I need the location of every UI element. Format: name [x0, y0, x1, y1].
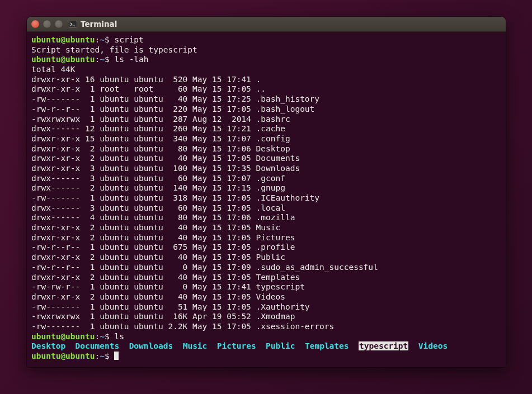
output-line: Script started, file is typescript: [31, 45, 501, 55]
listing-row: drwxr-xr-x 16 ubuntu ubuntu 520 May 15 1…: [31, 75, 501, 85]
maximize-button[interactable]: [55, 20, 63, 28]
prompt-user-host: ubuntu@ubuntu: [31, 352, 95, 360]
listing-row: drwxr-xr-x 1 root root 60 May 15 17:05 .…: [31, 84, 501, 94]
prompt-path: ~: [100, 35, 105, 44]
prompt-path: ~: [100, 332, 105, 341]
command-text: ls -lah: [114, 55, 148, 64]
ls-entry-dir: Videos: [418, 341, 448, 350]
prompt-path: ~: [100, 352, 105, 360]
prompt-line: ubuntu@ubuntu:~$: [31, 352, 501, 362]
listing-row: drwxr-xr-x 2 ubuntu ubuntu 40 May 15 17:…: [31, 223, 501, 233]
ls-entry-dir: Downloads: [129, 341, 173, 350]
terminal-body[interactable]: ubuntu@ubuntu:~$ scriptScript started, f…: [27, 32, 506, 367]
prompt-sigil: $: [105, 35, 114, 44]
prompt-line: ubuntu@ubuntu:~$ script: [31, 35, 501, 45]
ls-entry-dir: Pictures: [217, 341, 256, 350]
listing-row: -rw------- 1 ubuntu ubuntu 51 May 15 17:…: [31, 302, 501, 312]
listing-row: drwxr-xr-x 2 ubuntu ubuntu 40 May 15 17:…: [31, 233, 501, 243]
ls-entry-dir: Public: [266, 341, 295, 350]
ls-entry-dir: Desktop: [31, 341, 65, 350]
prompt-sigil: $: [105, 55, 114, 64]
close-button[interactable]: [31, 20, 39, 28]
prompt-sigil: $: [105, 332, 114, 341]
listing-row: drwxr-xr-x 2 ubuntu ubuntu 40 May 15 17:…: [31, 253, 501, 263]
output-line: total 44K: [31, 65, 501, 75]
prompt-sep: :: [95, 55, 100, 64]
titlebar[interactable]: Terminal: [27, 17, 506, 32]
listing-row: drwxr-xr-x 2 ubuntu ubuntu 80 May 15 17:…: [31, 144, 501, 154]
prompt-sigil: $: [105, 352, 114, 360]
listing-row: -rw------- 1 ubuntu ubuntu 318 May 15 17…: [31, 193, 501, 203]
ls-entry-dir: Music: [183, 341, 208, 350]
listing-row: drwxr-xr-x 2 ubuntu ubuntu 40 May 15 17:…: [31, 273, 501, 283]
prompt-sep: :: [95, 332, 100, 341]
listing-row: drwx------ 3 ubuntu ubuntu 60 May 15 17:…: [31, 174, 501, 184]
listing-row: -rwxrwxrwx 1 ubuntu ubuntu 287 Aug 12 20…: [31, 115, 501, 125]
listing-row: drwxr-xr-x 15 ubuntu ubuntu 340 May 15 1…: [31, 134, 501, 144]
listing-row: -rw------- 1 ubuntu ubuntu 2.2K May 15 1…: [31, 322, 501, 332]
listing-row: -rw-r--r-- 1 ubuntu ubuntu 220 May 15 17…: [31, 105, 501, 115]
listing-row: -rw-r--r-- 1 ubuntu ubuntu 675 May 15 17…: [31, 243, 501, 253]
prompt-sep: :: [95, 352, 100, 360]
listing-row: drwx------ 12 ubuntu ubuntu 260 May 15 1…: [31, 124, 501, 134]
prompt-line: ubuntu@ubuntu:~$ ls: [31, 332, 501, 342]
listing-row: drwx------ 4 ubuntu ubuntu 80 May 15 17:…: [31, 213, 501, 223]
svg-rect-0: [69, 21, 77, 27]
listing-row: -rw------- 1 ubuntu ubuntu 40 May 15 17:…: [31, 94, 501, 105]
listing-row: drwxr-xr-x 2 ubuntu ubuntu 40 May 15 17:…: [31, 292, 501, 302]
terminal-window: Terminal ubuntu@ubuntu:~$ scriptScript s…: [27, 17, 506, 367]
listing-row: drwxr-xr-x 2 ubuntu ubuntu 40 May 15 17:…: [31, 154, 501, 164]
prompt-line: ubuntu@ubuntu:~$ ls -lah: [31, 55, 501, 65]
listing-row: -rw-rw-r-- 1 ubuntu ubuntu 0 May 15 17:4…: [31, 282, 501, 292]
ls-short-line: Desktop Documents Downloads Music Pictur…: [31, 341, 501, 352]
command-text: script: [114, 35, 143, 44]
ls-entry-file: typescript: [359, 341, 408, 350]
terminal-icon: [69, 21, 77, 28]
cursor: [114, 352, 119, 360]
window-title: Terminal: [81, 20, 117, 29]
prompt-user-host: ubuntu@ubuntu: [31, 35, 95, 44]
ls-entry-dir: Templates: [305, 341, 349, 350]
listing-row: drwx------ 3 ubuntu ubuntu 60 May 15 17:…: [31, 203, 501, 213]
prompt-user-host: ubuntu@ubuntu: [31, 55, 95, 64]
command-text: ls: [114, 332, 124, 341]
ls-entry-dir: Documents: [76, 341, 120, 350]
minimize-button[interactable]: [43, 20, 51, 28]
prompt-path: ~: [100, 55, 105, 64]
prompt-sep: :: [95, 35, 100, 44]
prompt-user-host: ubuntu@ubuntu: [31, 332, 95, 341]
listing-row: drwx------ 2 ubuntu ubuntu 140 May 15 17…: [31, 183, 501, 193]
listing-row: -rw-r--r-- 1 ubuntu ubuntu 0 May 15 17:0…: [31, 263, 501, 273]
listing-row: -rwxrwxrwx 1 ubuntu ubuntu 16K Apr 19 05…: [31, 312, 501, 322]
listing-row: drwxr-xr-x 3 ubuntu ubuntu 100 May 15 17…: [31, 164, 501, 174]
